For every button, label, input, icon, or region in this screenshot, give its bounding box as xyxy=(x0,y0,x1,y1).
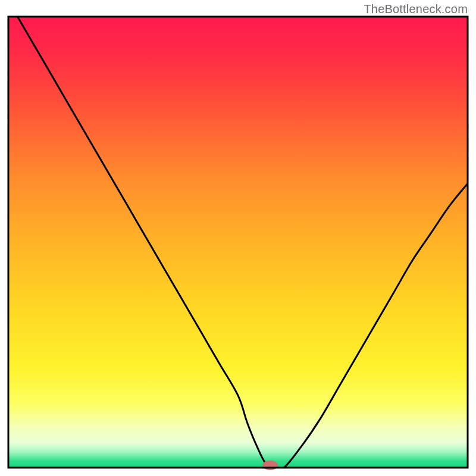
bottleneck-chart xyxy=(0,0,476,476)
plot-area xyxy=(8,17,468,470)
chart-container: TheBottleneck.com xyxy=(0,0,476,476)
watermark-text: TheBottleneck.com xyxy=(364,2,468,16)
gradient-background xyxy=(8,17,468,468)
minimum-marker xyxy=(262,461,278,470)
